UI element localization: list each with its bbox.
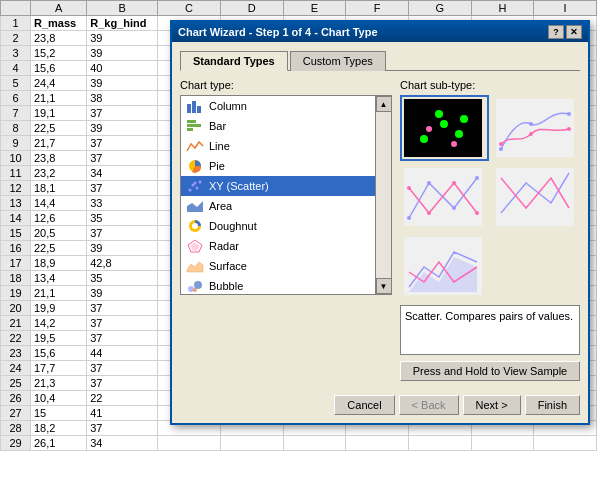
- subtype-scatter-smooth-no-markers[interactable]: [492, 164, 581, 230]
- chart-type-surface[interactable]: Surface: [181, 256, 375, 276]
- cell-g[interactable]: [408, 436, 471, 451]
- col-header-f[interactable]: F: [346, 1, 409, 16]
- back-button[interactable]: < Back: [399, 395, 459, 415]
- cell-b[interactable]: 37: [87, 136, 158, 151]
- chart-type-line[interactable]: Line: [181, 136, 375, 156]
- chart-type-doughnut[interactable]: Doughnut: [181, 216, 375, 236]
- close-button[interactable]: ✕: [566, 25, 582, 39]
- col-header-i[interactable]: I: [534, 1, 597, 16]
- cell-b[interactable]: 39: [87, 31, 158, 46]
- cell-b[interactable]: 37: [87, 181, 158, 196]
- cell-a[interactable]: 20,5: [31, 226, 87, 241]
- cell-a[interactable]: 19,5: [31, 331, 87, 346]
- cell-b[interactable]: 40: [87, 61, 158, 76]
- cell-a[interactable]: 21,7: [31, 136, 87, 151]
- cell-b[interactable]: 37: [87, 421, 158, 436]
- subtype-scatter-smooth-lines[interactable]: [492, 95, 581, 161]
- tab-custom-types[interactable]: Custom Types: [290, 51, 386, 71]
- cell-b[interactable]: 37: [87, 151, 158, 166]
- cell-a[interactable]: 13,4: [31, 271, 87, 286]
- cell-b[interactable]: 39: [87, 76, 158, 91]
- cell-b[interactable]: 38: [87, 91, 158, 106]
- cell-b[interactable]: 39: [87, 121, 158, 136]
- chart-type-area[interactable]: Area: [181, 196, 375, 216]
- chart-type-pie[interactable]: Pie: [181, 156, 375, 176]
- cell-a[interactable]: 21,3: [31, 376, 87, 391]
- cell-b[interactable]: 33: [87, 196, 158, 211]
- cell-d[interactable]: [220, 436, 283, 451]
- scroll-up-arrow[interactable]: ▲: [376, 96, 392, 112]
- cell-b1[interactable]: R_kg_hind: [87, 16, 158, 31]
- col-header-a[interactable]: A: [31, 1, 87, 16]
- cell-b[interactable]: 41: [87, 406, 158, 421]
- cell-b[interactable]: 34: [87, 166, 158, 181]
- cell-a[interactable]: 14,4: [31, 196, 87, 211]
- scroll-down-arrow[interactable]: ▼: [376, 278, 392, 294]
- subtype-scatter-dots[interactable]: [400, 95, 489, 161]
- cell-b[interactable]: 37: [87, 301, 158, 316]
- col-header-b[interactable]: B: [87, 1, 158, 16]
- col-header-d[interactable]: D: [220, 1, 283, 16]
- chart-type-column[interactable]: Column: [181, 96, 375, 116]
- cell-i[interactable]: [534, 436, 597, 451]
- scroll-track[interactable]: [376, 112, 391, 278]
- cell-b[interactable]: 39: [87, 46, 158, 61]
- cell-a[interactable]: 23,8: [31, 31, 87, 46]
- cell-b[interactable]: 39: [87, 286, 158, 301]
- cell-a[interactable]: 22,5: [31, 241, 87, 256]
- cell-b[interactable]: 34: [87, 436, 158, 451]
- cell-b[interactable]: 39: [87, 241, 158, 256]
- cell-a[interactable]: 15,6: [31, 61, 87, 76]
- cell-b[interactable]: 44: [87, 346, 158, 361]
- cell-a1[interactable]: R_mass: [31, 16, 87, 31]
- cell-a[interactable]: 10,4: [31, 391, 87, 406]
- cell-e[interactable]: [283, 436, 346, 451]
- cell-b[interactable]: 35: [87, 211, 158, 226]
- col-header-g[interactable]: G: [408, 1, 471, 16]
- cell-a[interactable]: 17,7: [31, 361, 87, 376]
- cell-c[interactable]: [158, 436, 221, 451]
- cell-a[interactable]: 24,4: [31, 76, 87, 91]
- cell-a[interactable]: 18,2: [31, 421, 87, 436]
- cell-f[interactable]: [346, 436, 409, 451]
- cell-a[interactable]: 15: [31, 406, 87, 421]
- cell-b[interactable]: 37: [87, 106, 158, 121]
- chart-type-bubble[interactable]: Bubble: [181, 276, 375, 294]
- cell-b[interactable]: 22: [87, 391, 158, 406]
- cell-a[interactable]: 23,2: [31, 166, 87, 181]
- finish-button[interactable]: Finish: [525, 395, 580, 415]
- help-button[interactable]: ?: [548, 25, 564, 39]
- cell-b[interactable]: 37: [87, 376, 158, 391]
- chart-type-radar[interactable]: Radar: [181, 236, 375, 256]
- cell-a[interactable]: 14,2: [31, 316, 87, 331]
- chart-type-xy-scatter[interactable]: XY (Scatter): [181, 176, 375, 196]
- cell-b[interactable]: 37: [87, 361, 158, 376]
- cell-a[interactable]: 26,1: [31, 436, 87, 451]
- cell-a[interactable]: 19,9: [31, 301, 87, 316]
- cell-a[interactable]: 15,6: [31, 346, 87, 361]
- chart-list-scrollbar[interactable]: ▲ ▼: [375, 96, 391, 294]
- cell-b[interactable]: 35: [87, 271, 158, 286]
- cancel-button[interactable]: Cancel: [334, 395, 394, 415]
- col-header-c[interactable]: C: [158, 1, 221, 16]
- tab-standard-types[interactable]: Standard Types: [180, 51, 288, 71]
- cell-a[interactable]: 21,1: [31, 286, 87, 301]
- cell-a[interactable]: 23,8: [31, 151, 87, 166]
- col-header-e[interactable]: E: [283, 1, 346, 16]
- cell-b[interactable]: 37: [87, 316, 158, 331]
- cell-b[interactable]: 37: [87, 226, 158, 241]
- cell-a[interactable]: 18,9: [31, 256, 87, 271]
- press-hold-button[interactable]: Press and Hold to View Sample: [400, 361, 580, 381]
- next-button[interactable]: Next >: [463, 395, 521, 415]
- subtype-scatter-straight-lines[interactable]: [400, 164, 489, 230]
- col-header-h[interactable]: H: [471, 1, 534, 16]
- cell-a[interactable]: 15,2: [31, 46, 87, 61]
- cell-a[interactable]: 18,1: [31, 181, 87, 196]
- cell-b[interactable]: 37: [87, 331, 158, 346]
- cell-a[interactable]: 19,1: [31, 106, 87, 121]
- cell-a[interactable]: 22,5: [31, 121, 87, 136]
- cell-a[interactable]: 21,1: [31, 91, 87, 106]
- chart-type-bar[interactable]: Bar: [181, 116, 375, 136]
- cell-a[interactable]: 12,6: [31, 211, 87, 226]
- cell-b[interactable]: 42,8: [87, 256, 158, 271]
